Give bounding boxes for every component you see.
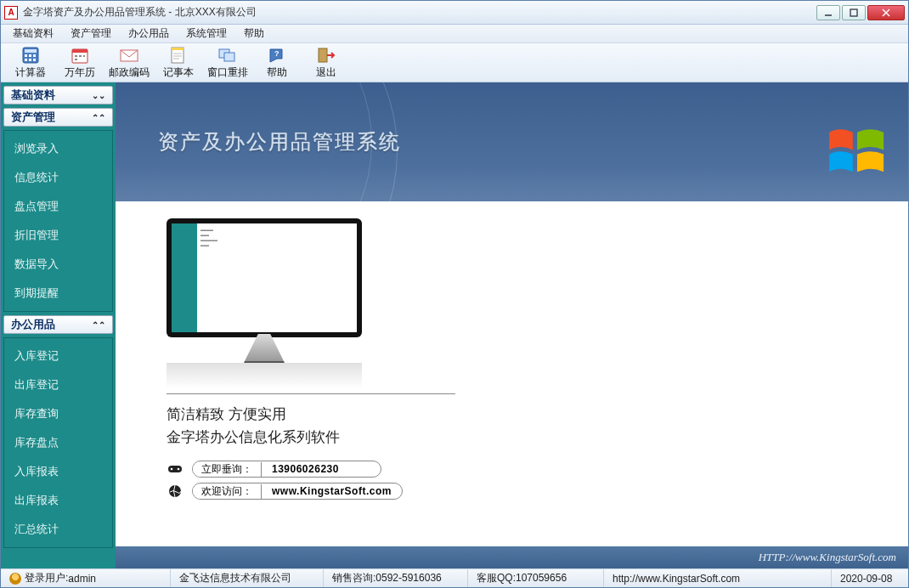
close-button[interactable]: [867, 5, 905, 20]
toolbar: 计算器 万年历 邮政编码 记事本 窗口重排 ? 帮助 退出: [1, 43, 908, 82]
svg-rect-27: [319, 48, 327, 62]
nav-outbound-reg[interactable]: 出库登记: [4, 370, 112, 399]
status-user: 登录用户: admin: [1, 569, 171, 587]
chevron-up-icon: ⌃⌃: [92, 113, 105, 122]
tool-notepad[interactable]: 记事本: [154, 44, 203, 82]
svg-rect-8: [33, 54, 36, 57]
status-sales: 销售咨询:0592-5916036: [324, 569, 468, 587]
tool-window-rearrange[interactable]: 窗口重排: [203, 44, 252, 82]
window-title: 金字塔资产及办公用品管理系统 - 北京XXX有限公司: [23, 5, 816, 20]
minimize-button[interactable]: [816, 5, 840, 20]
titlebar: A 金字塔资产及办公用品管理系统 - 北京XXX有限公司: [1, 1, 908, 25]
footer-band: HTTP://www.KingstarSoft.com: [116, 546, 908, 568]
svg-point-29: [171, 468, 173, 471]
svg-rect-9: [25, 59, 27, 61]
nav-browse-entry[interactable]: 浏览录入: [4, 134, 112, 163]
tool-help[interactable]: ? 帮助: [252, 44, 302, 82]
banner: 资产及办公用品管理系统: [116, 82, 908, 201]
slogan-line1: 简洁精致 方便实用: [167, 403, 891, 426]
slogan-line2: 金字塔办公信息化系列软件: [167, 426, 891, 449]
status-url: http://www.KingstarSoft.com: [604, 569, 832, 587]
web-label: 欢迎访问：: [193, 484, 262, 499]
menu-office-supplies[interactable]: 办公用品: [121, 25, 176, 42]
svg-rect-11: [33, 59, 36, 61]
exit-icon: [316, 46, 336, 65]
tool-label: 窗口重排: [207, 65, 248, 80]
nav-inventory-mgmt[interactable]: 盘点管理: [4, 192, 112, 221]
status-user-value: admin: [68, 573, 96, 585]
tool-label: 邮政编码: [109, 65, 150, 80]
svg-text:?: ?: [274, 49, 279, 58]
menu-basic-data[interactable]: 基础资料: [6, 25, 60, 42]
svg-rect-13: [72, 49, 88, 53]
svg-point-30: [178, 468, 180, 471]
phone-pill: 立即垂询： 13906026230: [192, 461, 381, 478]
menubar: 基础资料 资产管理 办公用品 系统管理 帮助: [1, 25, 908, 43]
panel-office-supplies[interactable]: 办公用品 ⌃⌃: [3, 315, 113, 334]
separator: [167, 393, 455, 394]
status-cs: 客服QQ:107059656: [468, 569, 604, 587]
nav-depreciation[interactable]: 折旧管理: [4, 221, 112, 250]
panel-title: 基础资料: [11, 88, 55, 103]
svg-rect-16: [83, 55, 85, 57]
menu-help[interactable]: 帮助: [237, 25, 271, 42]
svg-rect-7: [29, 54, 31, 57]
panel-title: 资产管理: [11, 110, 55, 125]
postcode-icon: [119, 46, 139, 65]
help-icon: ?: [267, 46, 287, 65]
nav-data-import[interactable]: 数据导入: [4, 250, 112, 279]
main-content: 资产及办公用品管理系统 ▬▬▬▬▬▬▬▬▬▬▬ 🍎 简洁精致 方便实: [116, 82, 908, 568]
panel-basic-data[interactable]: 基础资料 ⌄⌄: [3, 86, 113, 105]
svg-rect-20: [172, 48, 183, 50]
tool-label: 万年历: [65, 65, 95, 80]
app-icon: A: [4, 6, 18, 20]
windows-logo-icon: [825, 125, 889, 179]
statusbar: 登录用户: admin 金飞达信息技术有限公司 销售咨询:0592-591603…: [1, 568, 908, 587]
tool-postcode[interactable]: 邮政编码: [104, 44, 154, 82]
panel-office-body: 入库登记 出库登记 库存查询 库存盘点 入库报表 出库报表 汇总统计: [3, 337, 113, 548]
monitor-illustration: ▬▬▬▬▬▬▬▬▬▬▬ 🍎: [167, 218, 891, 388]
menu-asset-mgmt[interactable]: 资产管理: [64, 25, 118, 42]
tool-exit[interactable]: 退出: [302, 44, 351, 82]
svg-rect-5: [25, 49, 37, 53]
nav-inbound-report[interactable]: 入库报表: [4, 457, 112, 486]
svg-rect-25: [224, 53, 234, 61]
window-icon: [217, 46, 238, 65]
phone-label: 立即垂询：: [193, 462, 262, 477]
tool-label: 帮助: [267, 65, 287, 80]
nav-expiry-reminder[interactable]: 到期提醒: [4, 279, 112, 308]
svg-rect-28: [168, 466, 182, 472]
tool-label: 退出: [316, 65, 336, 80]
tool-label: 计算器: [15, 65, 46, 80]
nav-stock-check[interactable]: 库存盘点: [4, 428, 112, 457]
phone-value: 13906026230: [262, 463, 381, 475]
calculator-icon: [20, 46, 41, 65]
panel-asset-mgmt[interactable]: 资产管理 ⌃⌃: [3, 108, 113, 127]
status-company: 金飞达信息技术有限公司: [171, 569, 324, 587]
menu-system-mgmt[interactable]: 系统管理: [179, 25, 234, 42]
nav-inbound-reg[interactable]: 入库登记: [4, 342, 112, 370]
chevron-down-icon: ⌄⌄: [92, 91, 105, 100]
tool-calendar[interactable]: 万年历: [55, 44, 104, 82]
web-pill: 欢迎访问： www.KingstarSoft.com: [192, 483, 403, 500]
user-icon: [9, 573, 21, 585]
svg-rect-15: [79, 55, 82, 57]
nav-summary-stats[interactable]: 汇总统计: [4, 515, 112, 544]
status-date: 2020-09-08: [832, 569, 908, 587]
nav-outbound-report[interactable]: 出库报表: [4, 486, 112, 515]
panel-title: 办公用品: [11, 317, 55, 332]
nav-stock-query[interactable]: 库存查询: [4, 399, 112, 428]
maximize-button[interactable]: [842, 5, 866, 20]
svg-rect-1: [850, 9, 857, 16]
panel-asset-body: 浏览录入 信息统计 盘点管理 折旧管理 数据导入 到期提醒: [3, 130, 113, 312]
slogan: 简洁精致 方便实用 金字塔办公信息化系列软件: [167, 403, 891, 449]
tool-label: 记事本: [163, 65, 194, 80]
nav-info-stats[interactable]: 信息统计: [4, 163, 112, 192]
svg-rect-14: [75, 55, 77, 57]
web-value: www.KingstarSoft.com: [262, 485, 402, 497]
tool-calculator[interactable]: 计算器: [6, 44, 55, 82]
banner-title: 资产及办公用品管理系统: [158, 128, 401, 155]
sidebar: 基础资料 ⌄⌄ 资产管理 ⌃⌃ 浏览录入 信息统计 盘点管理 折旧管理 数据导入…: [1, 82, 116, 568]
status-user-label: 登录用户:: [25, 571, 68, 585]
svg-rect-17: [75, 59, 77, 60]
